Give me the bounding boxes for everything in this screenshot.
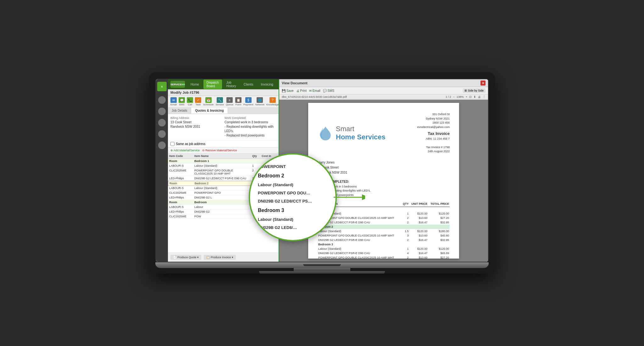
- remove-icon: ⊖: [202, 149, 205, 152]
- mag-item-labour3: Labour (Standard): [258, 215, 293, 224]
- pdf-print2-btn[interactable]: 🖨: [478, 95, 481, 98]
- sidebar-avatar-2: [158, 108, 166, 115]
- client-address: 13 Cook Street: [318, 165, 450, 170]
- table-row: DN029B G2 LED8/CCT PSR-E D90 CAU 2 $16.4…: [318, 220, 450, 225]
- laptop-foot: [259, 271, 385, 274]
- queue-icon: ≡: [226, 97, 233, 103]
- mag-item-labour: Labour (Standard): [258, 181, 293, 189]
- pdf-client-info: Harry Jones 13 Cook Street Randwick NSW …: [318, 160, 450, 175]
- add-remove-bar: ⊕ Add Material/Service ⊖ Remove Material…: [168, 147, 279, 153]
- pdf-zoom: 138%: [457, 95, 464, 98]
- table-row: POWERPOINT GPO DOUBLE CLASSIC2025 10 AMP…: [318, 233, 450, 238]
- table-row: DN029B G2 LED8/CCT PSR-E D90 CAU 2 $16.4…: [318, 238, 450, 242]
- service-logo: SERVICEM8: [170, 81, 185, 88]
- same-as-job-row: Same as job address: [168, 140, 279, 147]
- pdf-logo: Smart Home Services: [318, 112, 386, 154]
- work-text: Completed work in 3 bedrooms- Replaced e…: [225, 120, 276, 138]
- table-row: Room Bedroom 1: [168, 159, 279, 164]
- toolbar-network[interactable]: 🌐 Network: [255, 97, 264, 106]
- pdf-fit-btn[interactable]: ⊡: [469, 95, 472, 98]
- section-bedroom3: Bedroom 3: [318, 242, 450, 247]
- client-suburb: Randwick NSW 2031: [318, 170, 450, 175]
- toolbar-service[interactable]: 🔧 Service: [215, 97, 224, 106]
- quote-icon: 📄: [173, 256, 176, 259]
- magnifier-overlay: POWERPOINT Bedroom 2 Labour (Standard) P…: [249, 153, 337, 241]
- pdf-company-info: 331 Oxford StSydney NSW 20211800 123 456…: [417, 112, 450, 154]
- sidebar-avatar-5: [158, 142, 166, 149]
- toolbar-task[interactable]: ✓ Task: [195, 97, 201, 106]
- nav-tab-invoicing[interactable]: Invoicing: [258, 81, 276, 87]
- mag-item-dn1: DN029B G2 LED8/CCT PS…: [258, 197, 312, 205]
- pdf-filename: dbo_67435316-d210-44c5-b030-1ee1d63a7abb…: [282, 95, 347, 98]
- billing-label: Billing Address:: [170, 116, 222, 120]
- toolbar-form[interactable]: 📋 Form: [235, 97, 242, 106]
- col-total: TOTAL PRICE: [428, 201, 450, 207]
- sidebar-avatar-1: [158, 96, 166, 104]
- toolbar-email[interactable]: ✉ Email: [170, 97, 177, 106]
- form-icon: 📋: [235, 97, 242, 103]
- produce-invoice-btn[interactable]: 📋 Produce Invoice ▾: [204, 255, 236, 260]
- client-name: Harry Jones: [318, 160, 450, 165]
- work-col: Work Completed: Completed work in 3 bedr…: [225, 116, 276, 138]
- mag-arrow: [334, 193, 365, 202]
- pdf-nav-bar: dbo_67435316-d210-44c5-b030-1ee1d63a7abb…: [279, 94, 488, 100]
- produce-quote-btn[interactable]: 📄 Produce Quote ▾: [170, 255, 201, 260]
- pdf-title: View Document: [282, 81, 308, 85]
- bottom-bar: 📄 Produce Quote ▾ 📋 Produce Invoice ▾: [168, 253, 279, 262]
- toolbar-knowledge[interactable]: ? Knowledge: [266, 97, 279, 106]
- col-qty: QTY: [402, 201, 409, 207]
- knowledge-icon: ?: [269, 97, 276, 103]
- pdf-save-btn[interactable]: 💾 Save: [282, 89, 294, 92]
- pdf-email-btn[interactable]: ✉ Email: [309, 89, 320, 92]
- pdf-zoom-in-btn[interactable]: +: [466, 95, 467, 98]
- sidebar-avatar-3: [158, 119, 166, 126]
- pdf-download-btn[interactable]: ⬇: [474, 95, 476, 98]
- sidebar: S: [156, 79, 168, 262]
- sms-icon: 💬: [179, 97, 185, 103]
- pdf-page: 1 / 2: [446, 95, 451, 98]
- tab-quotes-invoicing[interactable]: Quotes & Invoicing: [191, 108, 228, 114]
- mag-item-bedroom3: Bedroom 3: [258, 205, 284, 215]
- table-row: Labour (Standard) 1 $120.00 $120.00: [318, 211, 450, 216]
- pdf-sms-btn[interactable]: 💬 SMS: [323, 89, 334, 92]
- pdf-title-bar: View Document ✕: [279, 79, 488, 87]
- pdf-print-btn[interactable]: 🖨 Print: [296, 89, 307, 92]
- remove-material-btn[interactable]: ⊖ Remove Material/Service: [202, 149, 237, 152]
- laptop-notch: [303, 264, 341, 266]
- table-header: Item Code Item Name Qty Cost In: [168, 153, 279, 159]
- app-logo: S: [157, 82, 167, 91]
- tab-job-details[interactable]: Job Details: [168, 108, 191, 114]
- nav-tab-history[interactable]: Job History: [223, 80, 239, 89]
- service-icon: 🔧: [217, 97, 223, 103]
- toolbar: ✉ Email 💬 SMS 📞 Call ✓: [168, 96, 279, 108]
- table-row: POWERPOINT GPO DOUBLE CLASSIC2025 10 AMP…: [318, 255, 450, 260]
- billing-col: Billing Address: 13 Cook StreetRandwick …: [170, 116, 222, 138]
- add-material-btn[interactable]: ⊕ Add Material/Service: [170, 149, 200, 152]
- pdf-side-by-side-btn[interactable]: ⊞ Side by Side: [463, 88, 486, 93]
- toolbar-sms[interactable]: 💬 SMS: [179, 97, 185, 106]
- tax-invoice-label: Tax Invoice: [417, 131, 450, 137]
- toolbar-schedule[interactable]: 📅 Schedule: [203, 97, 214, 106]
- laptop-base: [155, 262, 489, 268]
- col-unit: UNIT PRICE: [409, 201, 428, 207]
- toolbar-payment[interactable]: $ Payment: [243, 97, 253, 106]
- sub-tabs: Job Details Quotes & Invoicing: [168, 108, 279, 114]
- nav-tab-home[interactable]: Home: [187, 81, 202, 87]
- toolbar-call[interactable]: 📞 Call: [187, 97, 193, 106]
- payment-icon: $: [245, 97, 252, 103]
- toolbar-queue[interactable]: ≡ Queue: [226, 97, 233, 106]
- same-as-job-checkbox[interactable]: [170, 142, 175, 146]
- nav-tab-clients[interactable]: Clients: [241, 81, 257, 87]
- logo-home-services: Home Services: [336, 133, 386, 141]
- pdf-more-btn[interactable]: ⋮: [483, 95, 486, 98]
- pdf-zoom-out-btn[interactable]: −: [453, 95, 454, 98]
- nav-tab-dispatch[interactable]: Dispatch Board: [203, 80, 222, 89]
- table-row: Bedroom 3: [318, 242, 450, 247]
- pdf-close-btn[interactable]: ✕: [480, 81, 486, 86]
- section-bedroom1: Bedroom 1: [318, 207, 450, 212]
- add-icon: ⊕: [170, 149, 173, 152]
- call-icon: 📞: [187, 97, 193, 103]
- table-row: POWERPOINT GPO DOUBLE CLASSIC2025 10 AMP…: [318, 216, 450, 220]
- pdf-header: Smart Home Services 331 Oxford StSydney …: [318, 112, 450, 154]
- email-icon: ✉: [170, 97, 177, 103]
